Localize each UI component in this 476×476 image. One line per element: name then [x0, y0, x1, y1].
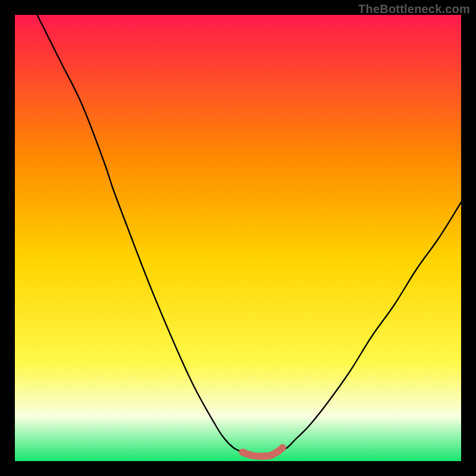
chart-frame: TheBottleneck.com [0, 0, 476, 476]
chart-plot-area [15, 15, 461, 461]
chart-svg [15, 15, 461, 461]
attribution-text: TheBottleneck.com [358, 2, 470, 16]
gradient-background [15, 15, 461, 461]
